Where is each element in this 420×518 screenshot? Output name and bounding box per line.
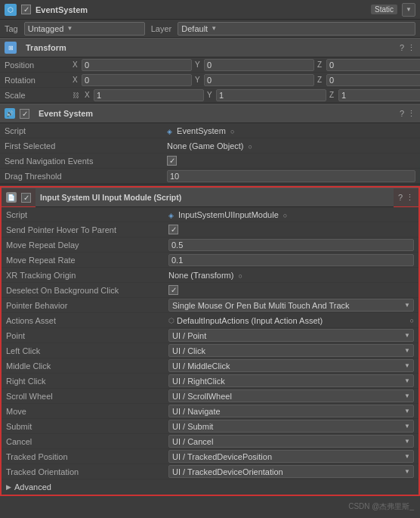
layer-dropdown[interactable]: Default ▼ (178, 22, 415, 36)
tracked-position-dropdown[interactable]: UI / TrackedDevicePosition ▼ (168, 450, 414, 463)
xr-tracking-row: XR Tracking Origin None (Transform) ○ (2, 268, 418, 283)
transform-help-icon[interactable]: ? (400, 43, 404, 52)
left-click-dropdown[interactable]: UI / Click ▼ (168, 344, 414, 357)
submit-label: Submit (6, 422, 168, 431)
rotation-z-input[interactable] (326, 74, 420, 86)
middle-click-arrow: ▼ (404, 362, 410, 369)
event-system-component: 🔊 Event System ? ⋮ Script ◈ EventSystem … (0, 104, 420, 185)
input-module-component: 📄 Input System UI Input Module (Script) … (0, 186, 420, 496)
middle-click-dropdown[interactable]: UI / MiddleClick ▼ (168, 359, 414, 372)
static-badge: Static (371, 5, 397, 14)
right-click-dropdown[interactable]: UI / RightClick ▼ (168, 374, 414, 387)
deselect-bg-label: Deselect On Background Click (6, 286, 168, 295)
drag-threshold-label: Drag Threshold (5, 172, 167, 181)
transform-component: ⊞ Transform ? ⋮ Position X Y Z (0, 38, 420, 104)
input-module-help-icon[interactable]: ? (398, 193, 403, 202)
rotation-y-input[interactable] (204, 74, 314, 86)
tracked-position-label: Tracked Position (6, 452, 168, 461)
input-module-script-row: Script ◈ InputSystemUIInputModule ○ (2, 207, 418, 222)
rotation-x-field: X (73, 74, 192, 86)
tracked-orientation-dropdown[interactable]: UI / TrackedDeviceOrientation ▼ (168, 465, 414, 478)
right-click-value: UI / RightClick (172, 377, 404, 386)
actions-asset-circle-icon[interactable]: ○ (410, 317, 414, 324)
deselect-bg-toggle[interactable] (168, 285, 178, 295)
input-module-icon: 📄 (6, 192, 17, 203)
drag-threshold-input[interactable] (167, 170, 415, 182)
pointer-behavior-value: Single Mouse Or Pen But Multi Touch And … (172, 301, 404, 310)
scale-z-input[interactable] (338, 89, 420, 101)
input-module-settings-icon[interactable]: ⋮ (406, 193, 414, 203)
input-module-script-value: ◈ InputSystemUIInputModule ○ (168, 210, 414, 219)
first-selected-row: First Selected None (Game Object) ○ (0, 138, 420, 154)
pointer-behavior-label: Pointer Behavior (6, 301, 168, 310)
actions-asset-value: ⬡ DefaultInputActions (Input Action Asse… (168, 316, 414, 325)
event-system-actions: ? ⋮ (400, 109, 415, 119)
rotation-label: Rotation (5, 76, 73, 85)
submit-dropdown[interactable]: UI / Submit ▼ (168, 420, 414, 433)
input-module-script-link-icon: ◈ (168, 212, 174, 219)
event-system-script-label: Script (5, 126, 167, 135)
xr-tracking-circle-icon[interactable]: ○ (238, 272, 242, 280)
layer-label: Layer (151, 24, 172, 33)
right-click-label: Right Click (6, 377, 168, 386)
right-click-arrow: ▼ (404, 377, 410, 384)
tag-label: Tag (5, 24, 18, 33)
pointer-behavior-row: Pointer Behavior Single Mouse Or Pen But… (2, 298, 418, 313)
event-system-script-value: ◈ EventSystem ○ (167, 126, 415, 135)
position-y-input[interactable] (204, 59, 314, 71)
rotation-x-input[interactable] (82, 74, 192, 86)
send-pointer-toggle[interactable] (168, 225, 178, 234)
left-click-label: Left Click (6, 346, 168, 355)
event-system-icon: 🔊 (5, 108, 15, 119)
scale-label: Scale (5, 91, 73, 100)
y-axis-label: Y (195, 60, 202, 69)
point-arrow: ▼ (404, 332, 410, 339)
event-system-toggle[interactable] (20, 109, 29, 119)
scale-x-input[interactable] (94, 89, 204, 101)
first-selected-circle-icon[interactable]: ○ (249, 143, 252, 150)
transform-header: ⊞ Transform ? ⋮ (0, 38, 420, 57)
gameobject-active-toggle[interactable] (21, 5, 31, 14)
input-module-header: 📄 Input System UI Input Module (Script) … (2, 188, 418, 207)
advanced-row[interactable]: ▶ Advanced (2, 479, 418, 495)
static-dropdown[interactable]: ▼ (402, 3, 415, 17)
tag-dropdown[interactable]: Untagged ▼ (24, 22, 145, 36)
gameobject-header: ⬡ EventSystem Static ▼ (0, 0, 420, 20)
pointer-behavior-dropdown[interactable]: Single Mouse Or Pen But Multi Touch And … (168, 299, 414, 312)
event-system-settings-icon[interactable]: ⋮ (407, 109, 415, 119)
input-module-toggle[interactable] (21, 193, 31, 203)
move-repeat-delay-label: Move Repeat Delay (6, 240, 168, 250)
send-nav-row: Send Navigation Events (0, 154, 420, 169)
scroll-wheel-dropdown[interactable]: UI / ScrollWheel ▼ (168, 389, 414, 402)
move-label: Move (6, 407, 168, 416)
transform-settings-icon[interactable]: ⋮ (407, 43, 415, 53)
z-axis-label: Z (317, 60, 325, 69)
event-system-help-icon[interactable]: ? (400, 109, 404, 118)
cancel-dropdown[interactable]: UI / Cancel ▼ (168, 435, 414, 448)
move-dropdown[interactable]: UI / Navigate ▼ (168, 405, 414, 417)
gameobject-icon: ⬡ (5, 4, 17, 16)
position-z-input[interactable] (326, 59, 420, 71)
transform-actions: ? ⋮ (400, 43, 415, 53)
move-repeat-delay-input[interactable] (168, 239, 414, 251)
move-repeat-rate-input[interactable] (168, 254, 414, 266)
input-module-script-label: Script (6, 210, 168, 219)
event-system-header: 🔊 Event System ? ⋮ (0, 104, 420, 123)
deselect-bg-row: Deselect On Background Click (2, 283, 418, 298)
send-nav-toggle[interactable] (167, 156, 177, 166)
left-click-arrow: ▼ (404, 347, 410, 354)
point-dropdown[interactable]: UI / Point ▼ (168, 329, 414, 342)
inspector-panel: ⬡ EventSystem Static ▼ Tag Untagged ▼ La… (0, 0, 420, 496)
first-selected-value: None (Game Object) ○ (167, 141, 415, 150)
event-system-script-row: Script ◈ EventSystem ○ (0, 123, 420, 138)
tag-arrow: ▼ (66, 25, 73, 32)
input-module-script-circle-icon[interactable]: ○ (283, 212, 287, 219)
send-pointer-label: Send Pointer Hover To Parent (6, 225, 168, 234)
script-circle-icon[interactable]: ○ (230, 128, 234, 135)
position-x-input[interactable] (82, 59, 192, 71)
tag-layer-bar: Tag Untagged ▼ Layer Default ▼ (0, 20, 420, 38)
submit-arrow: ▼ (404, 423, 410, 430)
submit-value: UI / Submit (172, 422, 404, 431)
scale-link-icon: ⛓ (73, 92, 79, 99)
scale-y-input[interactable] (216, 89, 326, 101)
